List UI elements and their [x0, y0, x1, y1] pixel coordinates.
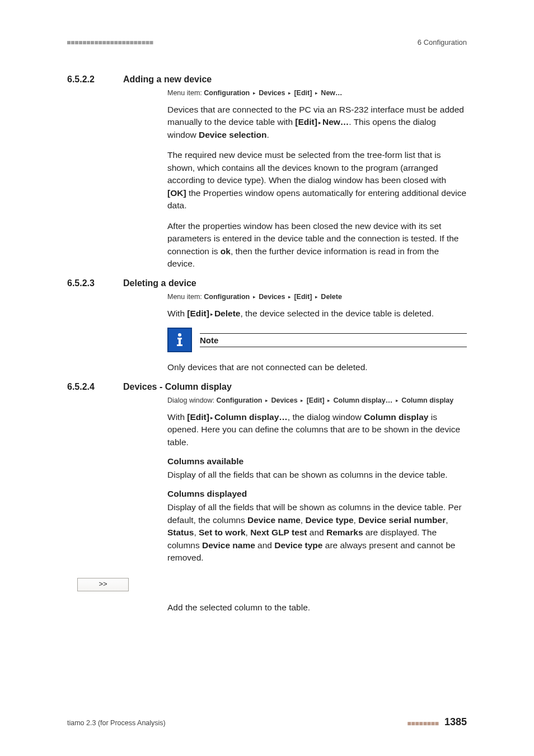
- menu-part: [Edit]: [294, 293, 312, 301]
- paragraph: Display of all the fields that can be sh…: [167, 469, 467, 481]
- text-run: ,: [194, 528, 199, 537]
- triangle-icon: ▸: [252, 294, 257, 300]
- menu-part: Column display…: [334, 396, 393, 404]
- section-title: Deleting a device: [123, 278, 196, 288]
- section-title: Devices - Column display: [123, 382, 232, 392]
- menu-part: Configuration: [204, 293, 250, 301]
- page-header: ■■■■■■■■■■■■■■■■■■■■■■ 6 Configuration: [67, 38, 467, 46]
- note-box: Note: [167, 328, 467, 352]
- menu-path: Menu item: Configuration ▸ Devices ▸ [Ed…: [167, 293, 467, 301]
- text-run: ,: [354, 515, 359, 525]
- page-number-group: ■■■■■■■■ 1385: [407, 716, 467, 728]
- add-column-button[interactable]: >>: [77, 578, 129, 591]
- bold-text: Status: [167, 528, 194, 537]
- section-heading: 6.5.2.3 Deleting a device: [67, 278, 467, 288]
- triangle-icon: ▸: [209, 415, 214, 421]
- bold-text: Column display: [364, 412, 428, 422]
- text-run: .: [266, 130, 269, 139]
- bold-text: Delete: [214, 309, 241, 318]
- bold-text: Device name: [202, 540, 255, 550]
- text-run: The required new device must be selected…: [167, 150, 446, 185]
- triangle-icon: ▸: [299, 398, 305, 403]
- menu-path: Menu item: Configuration ▸ Devices ▸ [Ed…: [167, 89, 467, 97]
- note-body: Only devices that are not connected can …: [167, 361, 467, 374]
- page-number: 1385: [444, 716, 467, 727]
- bold-text: Set to work: [199, 528, 246, 537]
- menu-part: Configuration: [217, 396, 263, 404]
- menu-part: Devices: [259, 89, 285, 97]
- bold-text: Column display…: [214, 412, 288, 422]
- menu-prefix: Menu item:: [167, 89, 204, 97]
- bold-text: New…: [322, 117, 349, 127]
- page: ■■■■■■■■■■■■■■■■■■■■■■ 6 Configuration 6…: [0, 0, 534, 756]
- triangle-icon: ▸: [395, 398, 400, 403]
- triangle-icon: ▸: [209, 311, 214, 317]
- paragraph: With [Edit]▸Column display…, the dialog …: [167, 411, 467, 449]
- subsection-heading: Columns available: [167, 456, 467, 466]
- text-run: With: [167, 309, 187, 318]
- section-number: 6.5.2.4: [67, 382, 123, 392]
- menu-path: Dialog window: Configuration ▸ Devices ▸…: [167, 396, 467, 404]
- text-run: ,: [446, 515, 448, 525]
- paragraph: With [Edit]▸Delete, the device selected …: [167, 307, 467, 320]
- paragraph: Devices that are connected to the PC via…: [167, 104, 467, 141]
- section-body: Menu item: Configuration ▸ Devices ▸ [Ed…: [167, 293, 467, 374]
- note-title: Note: [200, 333, 467, 347]
- text-run: , the device selected in the device tabl…: [240, 309, 434, 318]
- button-caption-wrap: Add the selected column to the table.: [167, 601, 467, 614]
- chapter-label: 6 Configuration: [418, 38, 467, 46]
- svg-point-0: [178, 333, 181, 337]
- subsection-heading: Columns displayed: [167, 489, 467, 499]
- text-run: ,: [246, 528, 251, 537]
- svg-rect-2: [179, 338, 181, 345]
- triangle-icon: ▸: [252, 90, 257, 96]
- triangle-icon: ▸: [287, 294, 292, 300]
- bold-text: ok: [221, 246, 231, 256]
- menu-part: [Edit]: [307, 396, 325, 404]
- section-heading: 6.5.2.2 Adding a new device: [67, 74, 467, 85]
- menu-prefix: Dialog window:: [167, 396, 217, 404]
- menu-part: Devices: [271, 396, 297, 404]
- section-title: Adding a new device: [123, 74, 212, 85]
- bold-text: Device selection: [199, 130, 266, 139]
- bold-text: [OK]: [167, 188, 186, 198]
- bold-text: Remarks: [326, 528, 363, 537]
- bold-text: Next GLP test: [250, 528, 307, 537]
- menu-prefix: Menu item:: [167, 293, 204, 301]
- text-run: and: [307, 528, 326, 537]
- text-run: With: [167, 412, 187, 422]
- section-body: Menu item: Configuration ▸ Devices ▸ [Ed…: [167, 89, 467, 270]
- menu-part: Configuration: [204, 89, 250, 97]
- bold-text: Device type: [305, 515, 353, 525]
- text-run: the Properties window opens automaticall…: [167, 188, 466, 210]
- page-footer: tiamo 2.3 (for Process Analysis) ■■■■■■■…: [67, 716, 467, 728]
- menu-part: New…: [321, 89, 342, 97]
- bold-text: Device type: [274, 540, 322, 550]
- bold-text: [Edit]: [295, 117, 317, 127]
- bold-text: Device name: [247, 515, 301, 525]
- header-dots-icon: ■■■■■■■■■■■■■■■■■■■■■■: [67, 39, 153, 45]
- section-body: Dialog window: Configuration ▸ Devices ▸…: [167, 396, 467, 564]
- info-icon: [167, 328, 192, 352]
- menu-part: Delete: [321, 293, 342, 301]
- paragraph: The required new device must be selected…: [167, 149, 467, 212]
- menu-part: Column display: [401, 396, 453, 404]
- section-number: 6.5.2.2: [67, 74, 123, 85]
- footer-dots-icon: ■■■■■■■■: [407, 720, 439, 726]
- triangle-icon: ▸: [317, 120, 322, 125]
- product-label: tiamo 2.3 (for Process Analysis): [67, 719, 166, 727]
- triangle-icon: ▸: [326, 398, 331, 403]
- bold-text: [Edit]: [187, 309, 209, 318]
- section-number: 6.5.2.3: [67, 278, 123, 288]
- paragraph: After the properties window has been clo…: [167, 220, 467, 270]
- menu-part: Devices: [259, 293, 285, 301]
- paragraph: Display of all the fields that will be s…: [167, 501, 467, 564]
- triangle-icon: ▸: [314, 294, 319, 300]
- svg-rect-3: [177, 344, 182, 346]
- section-heading: 6.5.2.4 Devices - Column display: [67, 382, 467, 392]
- triangle-icon: ▸: [287, 90, 292, 96]
- text-run: , the dialog window: [288, 412, 364, 422]
- button-row: >>: [67, 572, 467, 591]
- menu-part: [Edit]: [294, 89, 312, 97]
- triangle-icon: ▸: [264, 398, 269, 403]
